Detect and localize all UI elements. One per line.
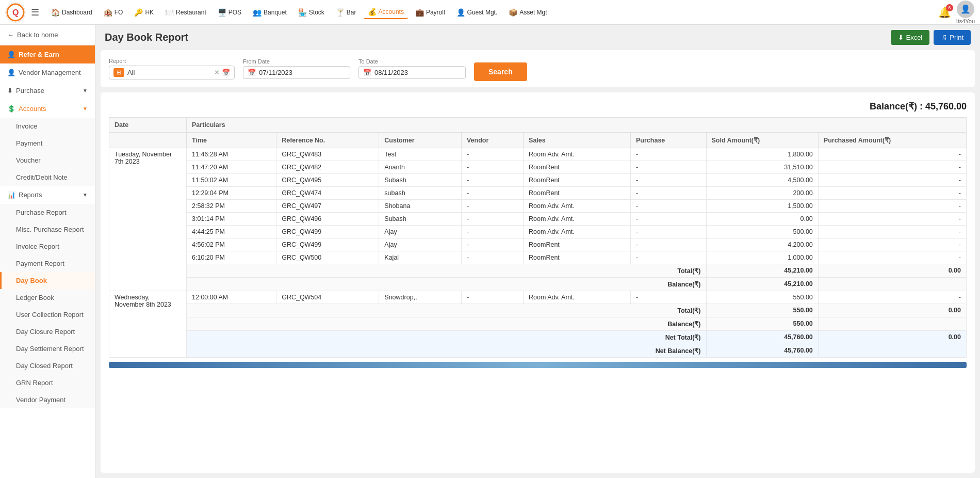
sidebar-item-credit-debit-note[interactable]: Credit/Debit Note — [0, 169, 95, 186]
vendor-cell: - — [461, 148, 523, 161]
user-avatar[interactable]: 👤 — [957, 1, 974, 18]
balance-label: Balance(₹) — [187, 278, 707, 291]
refer-icon: 👤 — [7, 51, 15, 58]
net-balance-purchased — [818, 344, 966, 358]
customer-cell[interactable]: Ajay — [379, 226, 462, 238]
to-date-label: To Date — [358, 58, 466, 65]
customer-cell[interactable]: Shobana — [379, 200, 462, 213]
sidebar-item-purchase-report[interactable]: Purchase Report — [0, 204, 95, 221]
sidebar-item-day-settlement-report[interactable]: Day Settlement Report — [0, 340, 95, 357]
purchase-cell: - — [631, 200, 706, 213]
sold-amount-cell: 4,500.00 — [706, 174, 818, 187]
to-date-group: To Date 📅 — [358, 58, 466, 79]
sidebar-purchase[interactable]: ⬇ Purchase ▼ — [0, 82, 95, 100]
customer-cell[interactable]: subash — [379, 187, 462, 200]
reports-submenu: Purchase Report Misc. Purchase Report In… — [0, 204, 95, 408]
col-time: Time — [187, 133, 276, 148]
balance-sold: 550.00 — [706, 317, 818, 331]
customer-cell[interactable]: Test — [379, 148, 462, 161]
total-label: Total(₹) — [187, 264, 707, 278]
accounts-icon: 💰 — [368, 8, 377, 16]
nav-asset-label: Asset Mgt — [519, 9, 547, 16]
sidebar-item-invoice[interactable]: Invoice — [0, 118, 95, 135]
fo-icon: 🏨 — [104, 8, 112, 17]
sales-cell: Room Adv. Amt. — [524, 213, 631, 226]
header-actions: ⬇ Excel 🖨 Print — [891, 30, 971, 45]
nav-pos-label: POS — [228, 9, 241, 16]
filter-bar: Report ⊞ ✕ 📅 From Date 📅 To Date 📅 — [101, 50, 975, 87]
calendar-icon-to[interactable]: 📅 — [363, 69, 371, 76]
customer-cell[interactable]: Kajal — [379, 251, 462, 264]
nav-stock[interactable]: 🏪 Stock — [294, 6, 329, 19]
sidebar-item-voucher[interactable]: Voucher — [0, 152, 95, 169]
sidebar-vendor-management[interactable]: 👤 Vendor Management — [0, 63, 95, 82]
asset-icon: 📦 — [509, 8, 517, 17]
table-row: 2:58:32 PMGRC_QW497Shobana-Room Adv. Amt… — [109, 200, 967, 213]
sidebar-item-day-book[interactable]: Day Book — [0, 272, 95, 289]
nav-asset-mgt[interactable]: 📦 Asset Mgt — [504, 6, 551, 19]
customer-cell[interactable]: Ananth — [379, 161, 462, 174]
customer-cell[interactable]: Subash — [379, 213, 462, 226]
sidebar-item-day-closed-report[interactable]: Day Closed Report — [0, 357, 95, 374]
purchase-cell: - — [631, 148, 706, 161]
logo[interactable]: Q — [5, 2, 26, 23]
customer-cell[interactable]: Subash — [379, 174, 462, 187]
customer-cell[interactable]: Snowdrop,, — [379, 291, 462, 304]
col-customer: Customer — [379, 133, 462, 148]
refer-earn-button[interactable]: 👤 Refer & Earn — [0, 45, 95, 63]
to-date-input[interactable] — [374, 69, 461, 76]
table-row: 11:47:20 AMGRC_QW482Ananth-RoomRent-31,5… — [109, 161, 967, 174]
purchased-amount-cell: - — [818, 251, 966, 264]
vendor-cell: - — [461, 226, 523, 238]
accounts-sidebar-label: Accounts — [19, 105, 46, 113]
sidebar-item-payment-report[interactable]: Payment Report — [0, 255, 95, 272]
customer-cell[interactable]: Ajay — [379, 238, 462, 251]
nav-bar[interactable]: 🍸 Bar — [332, 6, 361, 19]
sidebar-item-user-collection-report[interactable]: User Collection Report — [0, 306, 95, 323]
nav-accounts[interactable]: 💰 Accounts — [364, 6, 408, 19]
sales-cell: Room Adv. Amt. — [524, 291, 631, 304]
sold-amount-cell: 31,510.00 — [706, 161, 818, 174]
notification-bell[interactable]: 🔔 6 — [938, 6, 951, 19]
sidebar-item-day-closure-report[interactable]: Day Closure Report — [0, 323, 95, 340]
user-label: Its4You — [956, 18, 975, 24]
sidebar-item-ledger-book[interactable]: Ledger Book — [0, 289, 95, 306]
horizontal-scrollbar[interactable] — [109, 362, 967, 368]
print-button[interactable]: 🖨 Print — [934, 30, 971, 45]
sidebar-accounts[interactable]: 💲 Accounts ▼ — [0, 100, 95, 118]
pos-icon: 🖥️ — [218, 8, 226, 17]
search-button[interactable]: Search — [474, 62, 527, 81]
calendar-icon-from[interactable]: 📅 — [248, 69, 256, 76]
report-filter-clear[interactable]: ✕ — [214, 69, 220, 76]
sidebar-item-grn-report[interactable]: GRN Report — [0, 374, 95, 391]
sidebar-item-vendor-payment[interactable]: Vendor Payment — [0, 391, 95, 408]
nav-restaurant[interactable]: 🍽️ Restaurant — [161, 6, 210, 19]
nav-fo[interactable]: 🏨 FO — [100, 6, 127, 19]
sidebar-item-invoice-report[interactable]: Invoice Report — [0, 238, 95, 255]
sidebar-item-payment[interactable]: Payment — [0, 135, 95, 152]
excel-button[interactable]: ⬇ Excel — [891, 30, 929, 45]
nav-hk[interactable]: 🔑 HK — [130, 6, 158, 19]
accounts-submenu: Invoice Payment Voucher Credit/Debit Not… — [0, 118, 95, 186]
sales-cell: RoomRent — [524, 238, 631, 251]
sidebar-reports[interactable]: 📊 Reports ▼ — [0, 186, 95, 204]
nav-fo-label: FO — [115, 9, 123, 16]
nav-guest-mgt[interactable]: 👤 Guest Mgt. — [452, 6, 502, 19]
back-to-home-button[interactable]: ← Back to home — [0, 25, 95, 45]
stock-icon: 🏪 — [298, 8, 307, 17]
hamburger-menu[interactable]: ☰ — [31, 7, 39, 18]
date-cell: Tuesday, November 7th 2023 — [109, 148, 187, 291]
report-filter-input[interactable] — [127, 69, 214, 76]
sidebar-item-misc-purchase-report[interactable]: Misc. Purchase Report — [0, 221, 95, 238]
total-sold: 45,210.00 — [706, 264, 818, 278]
ref-cell: GRC_QW483 — [276, 148, 379, 161]
ref-cell: GRC_QW499 — [276, 226, 379, 238]
from-date-input[interactable] — [259, 69, 346, 76]
purchase-cell: - — [631, 161, 706, 174]
nav-guest-label: Guest Mgt. — [467, 9, 498, 16]
nav-banquet[interactable]: 👥 Banquet — [249, 6, 291, 19]
sales-cell: Room Adv. Amt. — [524, 148, 631, 161]
nav-dashboard[interactable]: 🏠 Dashboard — [47, 6, 96, 19]
nav-payroll[interactable]: 💼 Payroll — [411, 6, 449, 19]
nav-pos[interactable]: 🖥️ POS — [214, 6, 246, 19]
